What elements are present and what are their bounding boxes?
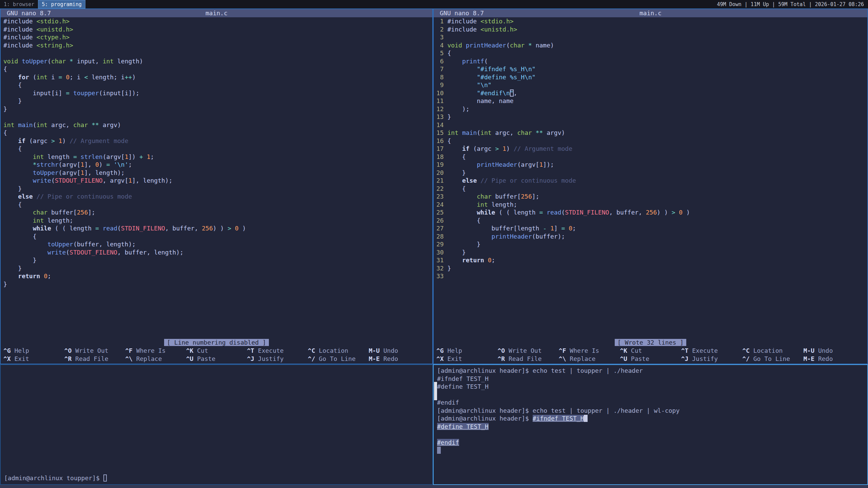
token-p: { — [3, 129, 7, 136]
line-7: { — [3, 65, 432, 73]
token-p: ; — [572, 225, 576, 232]
token-p: ) — [506, 145, 514, 152]
shortcut-where-is: ^F Where Is — [125, 347, 186, 355]
line-28: { — [3, 232, 432, 241]
token-kw: while — [477, 209, 495, 216]
token-p — [62, 74, 66, 81]
line-24: 24 int length; — [436, 201, 867, 209]
token-fn: strchr — [37, 161, 59, 168]
shortcut-location: ^C Location — [742, 347, 803, 355]
top-bar: 1: browser5: programing 49M Down | 11M U… — [0, 0, 868, 8]
token-fn: printHeader — [492, 233, 532, 240]
terminal-left[interactable]: [admin@archlinux toupper]$ — [0, 364, 433, 485]
workspace-button-2[interactable]: 5: programing — [38, 0, 85, 8]
terminal-right[interactable]: [admin@archlinux header]$ echo test | to… — [433, 364, 868, 485]
token-p: ( — [33, 121, 37, 128]
terminal-output[interactable]: [admin@archlinux toupper]$ — [1, 365, 432, 484]
token-num: 1 — [128, 177, 132, 184]
token-p — [3, 153, 33, 160]
workspace-button-1[interactable]: 1: browser — [0, 0, 38, 8]
shortcut-key: M-E — [804, 355, 815, 362]
line-number: 33 — [436, 272, 448, 280]
token-p: ( ( length — [495, 209, 539, 216]
token-p: length; — [44, 217, 73, 224]
token-p — [448, 145, 462, 152]
editor-text-area[interactable]: #include <stdio.h>#include <unistd.h>#in… — [1, 17, 432, 339]
token-p — [15, 121, 18, 128]
line-14: int main(int argc, char ** argv) — [3, 121, 432, 129]
token-p — [3, 217, 33, 224]
token-p — [448, 58, 462, 65]
token-p: argv) — [99, 121, 121, 128]
shortcut-key: ^K — [620, 347, 627, 354]
shortcut-execute: ^T Execute — [681, 347, 742, 355]
bottom-strip — [0, 485, 868, 488]
shortcut-label: Go To Line — [315, 355, 356, 362]
token-p: argc, — [47, 121, 73, 128]
line-8: 8 "#define %s_H\n" — [436, 73, 867, 81]
terminal-output[interactable]: [admin@archlinux header]$ echo test | to… — [434, 365, 867, 484]
line-4: 4 void printHeader(char * name) — [436, 41, 867, 49]
nano-editor-right[interactable]: GNU nano 8.7 main.c 1 #include <stdio.h>… — [433, 8, 868, 364]
token-num: 1 — [81, 161, 84, 168]
line-number: 31 — [436, 257, 448, 264]
token-op: > — [228, 225, 231, 232]
token-p: { — [3, 81, 22, 88]
token-kw: else — [462, 177, 477, 184]
token-op: - — [543, 225, 547, 232]
token-p: (argv[ — [59, 169, 81, 176]
token-p: ) — [99, 161, 106, 168]
token-p: { — [3, 145, 22, 152]
token-p — [99, 225, 103, 232]
line-15: { — [3, 129, 432, 137]
line-23: else // Pipe or continuous mode — [3, 192, 432, 201]
token-p — [484, 257, 488, 264]
line-27: while ( ( length = read(STDIN_FILENO, bu… — [3, 224, 432, 232]
token-p: ; — [129, 161, 132, 168]
token-p — [3, 193, 18, 200]
line-5: 5 { — [436, 49, 867, 57]
line-28: 28 printHeader(buffer); — [436, 232, 867, 241]
shortcut-key: ^G — [436, 347, 444, 354]
token-op: = — [66, 89, 70, 97]
nano-editor-left[interactable]: GNU nano 8.7 main.c #include <stdio.h>#i… — [0, 8, 433, 364]
line-number: 8 — [436, 74, 448, 81]
token-p: length; — [488, 201, 517, 208]
token-ty: int — [33, 153, 44, 160]
line-2: 2 #include <unistd.h> — [436, 25, 867, 34]
shortcut-help: ^G Help — [436, 347, 497, 355]
token-op: ++ — [125, 74, 132, 81]
scrollbar[interactable] — [434, 382, 437, 400]
shortcut-key: M-E — [369, 355, 380, 362]
token-p: { — [3, 233, 37, 240]
token-num: 0 — [95, 161, 99, 168]
token-ty: int — [33, 217, 44, 224]
token-p: [admin@archlinux header]$ echo test | to… — [437, 407, 679, 414]
shortcut-key: ^T — [247, 347, 254, 354]
token-op: * — [33, 161, 37, 168]
line-13: 13 } — [436, 113, 867, 121]
token-p: #include — [3, 18, 37, 25]
line-number: 32 — [436, 265, 448, 272]
shortcut-label: Exit — [11, 355, 29, 362]
line-2: #ifndef TEST_H — [437, 375, 864, 383]
token-p: length; i — [88, 74, 124, 81]
shortcut-label: Read File — [505, 355, 541, 362]
line-number: 16 — [436, 137, 448, 144]
token-p: ( — [66, 249, 70, 256]
editor-text-area[interactable]: 1 #include <stdio.h> 2 #include <unistd.… — [434, 17, 867, 339]
line-5 — [3, 49, 432, 57]
token-p — [143, 153, 147, 160]
shortcut-replace: ^\ Replace — [125, 355, 186, 363]
token-p: ]; — [88, 209, 95, 216]
line-number: 12 — [436, 105, 448, 113]
line-6: [admin@archlinux header]$ echo test | to… — [437, 407, 864, 415]
cursor — [584, 415, 588, 422]
line-20: toUpper(argv[1], length); — [3, 169, 432, 177]
line-14: 14 — [436, 121, 867, 129]
token-num: 1 — [539, 161, 543, 168]
shortcut-redo: M-E Redo — [804, 355, 865, 363]
line-number: 20 — [436, 169, 448, 176]
token-num: 1 — [81, 169, 84, 176]
line-2: #include <unistd.h> — [3, 25, 432, 34]
